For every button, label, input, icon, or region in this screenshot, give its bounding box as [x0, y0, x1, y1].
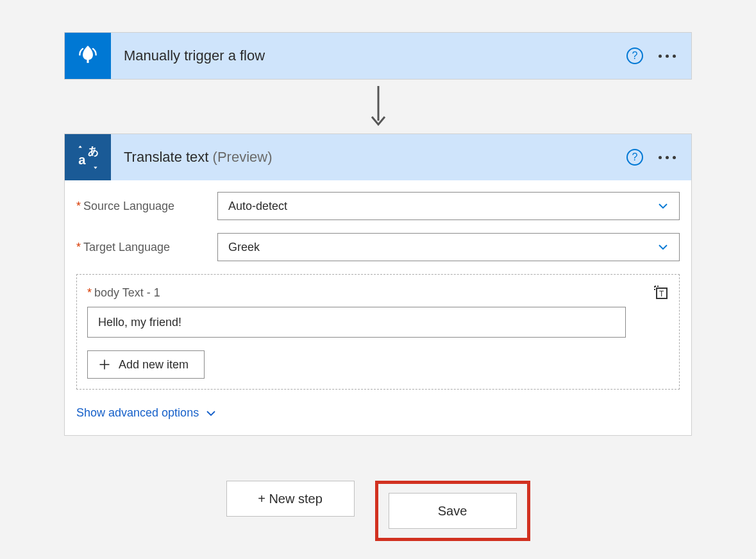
- chevron-down-icon: [657, 241, 669, 253]
- dynamic-content-icon[interactable]: T: [653, 285, 669, 300]
- help-icon[interactable]: ?: [626, 47, 643, 64]
- translate-icon: a あ: [65, 134, 111, 180]
- show-advanced-options-link[interactable]: Show advanced options: [76, 402, 217, 424]
- arrow-connector: [64, 80, 692, 133]
- action-title-text: Translate text: [124, 149, 208, 165]
- target-language-label: *Target Language: [76, 241, 217, 254]
- body-text-input[interactable]: [87, 307, 626, 338]
- chevron-down-icon: [657, 200, 669, 212]
- add-new-item-button[interactable]: Add new item: [87, 350, 205, 379]
- chevron-down-icon: [205, 408, 217, 419]
- svg-text:あ: あ: [88, 145, 99, 157]
- trigger-actions: ?: [626, 47, 691, 64]
- trigger-icon: [65, 33, 111, 79]
- source-language-value: Auto-detect: [228, 200, 287, 213]
- body-text-label: *body Text - 1: [87, 286, 160, 300]
- source-language-label: *Source Language: [76, 200, 217, 213]
- more-icon[interactable]: [659, 55, 676, 58]
- svg-text:a: a: [78, 153, 86, 167]
- help-icon[interactable]: ?: [626, 149, 643, 166]
- svg-text:T: T: [659, 289, 664, 298]
- save-highlight-box: Save: [375, 481, 530, 541]
- trigger-card: Manually trigger a flow ?: [64, 32, 692, 80]
- preview-label: (Preview): [213, 149, 273, 165]
- target-language-select[interactable]: Greek: [217, 233, 680, 261]
- source-language-row: *Source Language Auto-detect: [76, 192, 680, 220]
- trigger-card-header[interactable]: Manually trigger a flow ?: [65, 33, 691, 79]
- bottom-actions: + New step Save: [64, 481, 692, 541]
- more-icon[interactable]: [659, 156, 676, 159]
- action-card: a あ Translate text (Preview) ? *Source L…: [64, 133, 692, 436]
- action-card-header[interactable]: a あ Translate text (Preview) ?: [65, 134, 691, 180]
- target-language-row: *Target Language Greek: [76, 233, 680, 261]
- action-card-body: *Source Language Auto-detect *Target Lan…: [65, 180, 691, 435]
- new-step-button[interactable]: + New step: [226, 481, 355, 517]
- body-header: *body Text - 1 T: [87, 285, 669, 300]
- action-actions: ?: [626, 149, 691, 166]
- svg-rect-0: [87, 59, 88, 63]
- target-language-value: Greek: [228, 241, 260, 254]
- action-title: Translate text (Preview): [111, 149, 626, 166]
- plus-icon: [98, 358, 111, 371]
- save-button[interactable]: Save: [389, 493, 517, 529]
- body-text-section: *body Text - 1 T Add new item: [76, 274, 680, 390]
- source-language-select[interactable]: Auto-detect: [217, 192, 680, 220]
- trigger-title: Manually trigger a flow: [111, 47, 626, 64]
